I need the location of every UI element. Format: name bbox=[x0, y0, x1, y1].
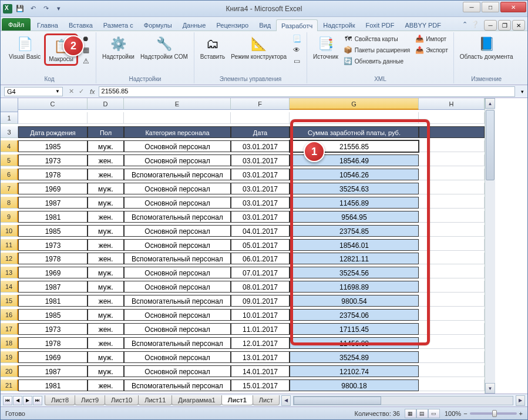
table-cell[interactable]: Основной персонал bbox=[124, 323, 231, 335]
zoom-control[interactable]: 100% − + bbox=[445, 410, 523, 417]
tab-данные[interactable]: Данные bbox=[177, 19, 211, 31]
table-cell[interactable]: 9800.18 bbox=[290, 379, 419, 391]
table-cell[interactable]: 14.01.2017 bbox=[231, 365, 290, 377]
table-cell[interactable] bbox=[419, 379, 485, 391]
table-cell[interactable] bbox=[18, 112, 88, 124]
tab-размета с[interactable]: Размета с bbox=[98, 19, 139, 31]
row-header[interactable]: 3 bbox=[1, 126, 18, 138]
undo-icon[interactable]: ↶ bbox=[28, 4, 38, 14]
column-header-E[interactable]: E bbox=[124, 98, 231, 110]
table-cell[interactable] bbox=[231, 112, 290, 124]
column-header-H[interactable]: H bbox=[419, 98, 485, 110]
table-cell[interactable]: муж. bbox=[88, 140, 124, 152]
table-cell[interactable]: 03.01.2017 bbox=[231, 183, 290, 194]
table-cell[interactable]: Вспомогательный персонал bbox=[124, 295, 231, 307]
maximize-button[interactable]: □ bbox=[482, 2, 499, 12]
table-cell[interactable]: 03.01.2017 bbox=[231, 169, 290, 180]
table-cell[interactable] bbox=[419, 365, 485, 377]
table-cell[interactable]: 12821.11 bbox=[290, 253, 419, 264]
tab-file[interactable]: Файл bbox=[2, 18, 31, 31]
properties-button[interactable]: 📃 bbox=[290, 33, 303, 44]
scroll-thumb[interactable] bbox=[486, 110, 495, 180]
spreadsheet-grid[interactable]: CDEFGH13Дата рожденияПолКатегория персон… bbox=[1, 98, 485, 394]
table-cell[interactable]: Вспомогательный персонал bbox=[124, 379, 231, 391]
table-cell[interactable]: муж. bbox=[88, 225, 124, 237]
table-cell[interactable]: 03.01.2017 bbox=[231, 211, 290, 223]
table-cell[interactable] bbox=[419, 253, 485, 264]
sheet-tab[interactable]: Лист8 bbox=[45, 395, 75, 405]
table-cell[interactable]: 03.01.2017 bbox=[231, 154, 290, 166]
workbook-minimize-button[interactable]: ─ bbox=[484, 20, 497, 31]
workbook-restore-button[interactable]: ❐ bbox=[498, 20, 511, 31]
table-cell[interactable]: 1969 bbox=[18, 183, 88, 194]
qat-dropdown-icon[interactable]: ▾ bbox=[53, 4, 64, 14]
run-dialog-button[interactable]: ▭ bbox=[290, 56, 303, 66]
redo-icon[interactable]: ↷ bbox=[41, 4, 51, 14]
table-cell[interactable]: Основной персонал bbox=[124, 309, 231, 321]
table-cell[interactable]: 08.01.2017 bbox=[231, 281, 290, 293]
table-cell[interactable]: 1987 bbox=[18, 197, 88, 209]
table-cell[interactable] bbox=[419, 295, 485, 307]
table-cell[interactable]: 1969 bbox=[18, 351, 88, 363]
table-cell[interactable] bbox=[419, 112, 485, 124]
table-cell[interactable]: 1981 bbox=[18, 295, 88, 307]
table-cell[interactable]: 10.01.2017 bbox=[231, 309, 290, 321]
row-header[interactable]: 4 bbox=[1, 140, 18, 152]
table-cell[interactable]: 11.01.2017 bbox=[231, 323, 290, 335]
table-cell[interactable]: Основной персонал bbox=[124, 197, 231, 209]
table-cell[interactable] bbox=[419, 351, 485, 363]
table-cell[interactable]: 11456.89 bbox=[290, 197, 419, 209]
table-cell[interactable]: 1973 bbox=[18, 323, 88, 335]
sheet-prev-icon[interactable]: ◀ bbox=[13, 396, 22, 405]
row-header[interactable]: 21 bbox=[1, 379, 18, 391]
table-cell[interactable] bbox=[419, 309, 485, 321]
xml-source-button[interactable]: 📑 Источник bbox=[311, 33, 341, 61]
table-cell[interactable] bbox=[419, 239, 485, 251]
column-header-C[interactable]: C bbox=[18, 98, 88, 110]
table-cell[interactable]: 12102.74 bbox=[290, 365, 419, 377]
table-cell[interactable]: Основной персонал bbox=[124, 239, 231, 251]
table-cell[interactable]: Основной персонал bbox=[124, 140, 231, 152]
table-cell[interactable]: 10546.26 bbox=[290, 169, 419, 180]
save-icon[interactable]: 💾 bbox=[15, 4, 25, 14]
table-cell[interactable] bbox=[419, 267, 485, 278]
table-cell[interactable]: 1985 bbox=[18, 309, 88, 321]
vertical-scrollbar[interactable]: ▲ ▼ bbox=[485, 98, 495, 394]
sheet-next-icon[interactable]: ▶ bbox=[23, 396, 32, 405]
table-cell[interactable]: 05.01.2017 bbox=[231, 239, 290, 251]
sheet-first-icon[interactable]: ⏮ bbox=[3, 396, 12, 405]
column-header-G[interactable]: G bbox=[290, 98, 419, 110]
table-cell[interactable]: 1981 bbox=[18, 379, 88, 391]
zoom-slider[interactable] bbox=[470, 412, 517, 415]
table-cell[interactable]: 1987 bbox=[18, 281, 88, 293]
insert-controls-button[interactable]: 🗂 Вставить bbox=[198, 33, 227, 61]
table-header-cell[interactable]: Пол bbox=[88, 126, 124, 138]
row-header[interactable]: 12 bbox=[1, 253, 18, 264]
table-cell[interactable]: 18546.01 bbox=[290, 239, 419, 251]
cancel-icon[interactable]: ✕ bbox=[66, 88, 76, 95]
row-header[interactable]: 10 bbox=[1, 225, 18, 237]
sheet-tab[interactable]: Лист11 bbox=[138, 395, 172, 405]
document-panel-button[interactable]: 📘 Область документа bbox=[458, 33, 516, 61]
table-cell[interactable]: 35254.63 bbox=[290, 183, 419, 194]
row-header[interactable]: 1 bbox=[1, 112, 18, 124]
enter-icon[interactable]: ✓ bbox=[76, 88, 86, 95]
row-header[interactable]: 15 bbox=[1, 295, 18, 307]
map-properties-button[interactable]: 🗺Свойства карты bbox=[342, 33, 412, 44]
tab-формулы[interactable]: Формулы bbox=[139, 19, 177, 31]
table-cell[interactable]: муж. bbox=[88, 365, 124, 377]
table-header-cell[interactable] bbox=[419, 126, 485, 138]
table-cell[interactable] bbox=[419, 225, 485, 237]
table-cell[interactable]: 1978 bbox=[18, 169, 88, 180]
row-header[interactable]: 7 bbox=[1, 183, 18, 194]
name-box[interactable]: G4 ▼ bbox=[4, 87, 63, 96]
refresh-data-button[interactable]: 🔄Обновить данные bbox=[342, 56, 412, 66]
table-cell[interactable]: Основной персонал bbox=[124, 225, 231, 237]
row-header[interactable]: 9 bbox=[1, 211, 18, 223]
row-header[interactable]: 20 bbox=[1, 365, 18, 377]
ribbon-help[interactable]: ⌃ ❔ bbox=[458, 18, 484, 31]
sheet-tab[interactable]: Лист1 bbox=[221, 395, 253, 405]
row-header[interactable]: 19 bbox=[1, 351, 18, 363]
table-cell[interactable]: Вспомогательный персонал bbox=[124, 211, 231, 223]
row-header[interactable]: 14 bbox=[1, 281, 18, 293]
